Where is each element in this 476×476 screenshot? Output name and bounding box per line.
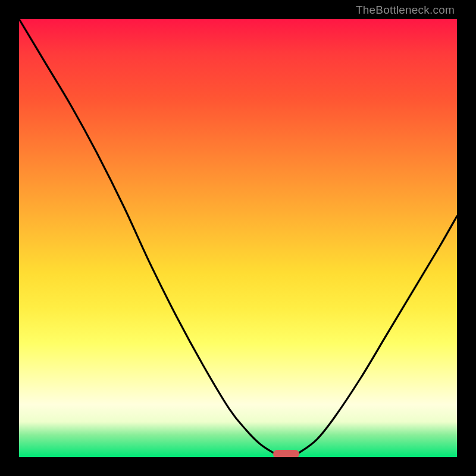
minimum-marker [273,450,299,457]
chart-frame: TheBottleneck.com [0,0,476,476]
plot-area [19,19,457,457]
watermark-text: TheBottleneck.com [356,4,455,17]
bottleneck-curve [19,19,457,457]
